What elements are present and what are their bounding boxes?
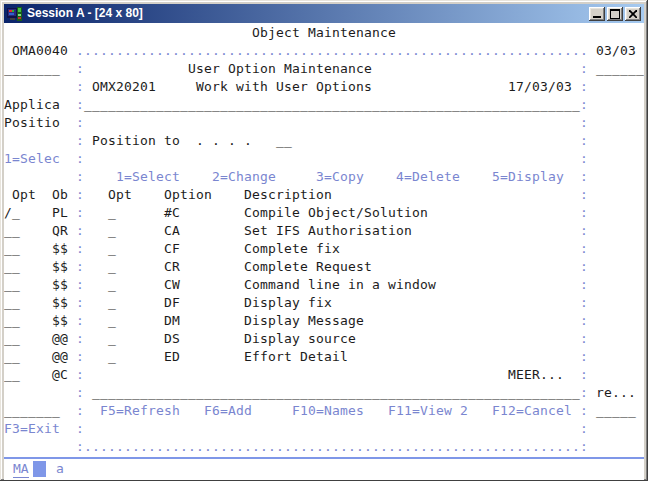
terminal-segment: : xyxy=(76,438,84,456)
terminal-segment: _ xyxy=(108,222,116,240)
terminal-segment: $$ xyxy=(52,294,68,312)
oia-system-indicator: MA xyxy=(13,460,29,478)
terminal-segment: : xyxy=(76,114,84,132)
terminal-segment: @C xyxy=(52,366,68,384)
terminal-segment: : xyxy=(76,204,84,222)
terminal-segment: OMX20201 xyxy=(92,78,156,96)
maximize-button[interactable] xyxy=(607,7,623,21)
terminal-segment: Position to xyxy=(92,132,180,150)
terminal-row-10: OptOb:OptOptionDescription: xyxy=(4,186,644,204)
terminal-segment: : xyxy=(580,402,588,420)
terminal-segment: Compile Object/Solution xyxy=(244,204,428,222)
terminal-segment: : xyxy=(580,96,588,114)
terminal-segment: : xyxy=(580,204,588,222)
terminal-segment: Display Message xyxy=(244,312,364,330)
terminal-row-19: __@@:_EDEffort Detail: xyxy=(4,348,644,366)
terminal-segment: CA xyxy=(164,222,180,240)
terminal-row-2: OMA0040.................................… xyxy=(4,42,644,60)
terminal-row-12: __QR:_CASet IFS Authorisation: xyxy=(4,222,644,240)
terminal-segment: CW xyxy=(164,276,180,294)
terminal-segment: : xyxy=(76,168,84,186)
terminal-segment: Ob xyxy=(52,186,68,204)
terminal-segment: : xyxy=(76,240,84,258)
terminal-segment: : xyxy=(76,294,84,312)
titlebar[interactable]: Session A - [24 x 80] xyxy=(4,4,644,23)
terminal-segment: _ xyxy=(108,330,116,348)
terminal-segment: 1=Select xyxy=(116,168,180,186)
terminal-segment: F5=Refresh xyxy=(100,402,180,420)
terminal-segment: _____ xyxy=(596,402,636,420)
terminal-segment: : xyxy=(580,348,588,366)
terminal-segment: $$ xyxy=(52,276,68,294)
terminal-segment: Display source xyxy=(244,330,356,348)
terminal-row-4: :OMX20201Work with User Options17/03/03: xyxy=(4,78,644,96)
terminal-segment: __ xyxy=(4,366,20,384)
terminal-segment: : xyxy=(76,150,84,168)
terminal-segment: : xyxy=(580,60,588,78)
terminal-row-18: __@@:_DSDisplay source: xyxy=(4,330,644,348)
terminal-segment: : xyxy=(580,438,588,456)
terminal-row-24: :.......................................… xyxy=(4,438,644,456)
maximize-icon xyxy=(610,9,620,19)
window-controls xyxy=(589,7,641,21)
terminal-row-14: __$$:_CRComplete Request: xyxy=(4,258,644,276)
oia-keyboard-indicator: a xyxy=(56,460,64,477)
terminal-segment: : xyxy=(580,420,588,438)
terminal-segment: OMA0040 xyxy=(12,42,68,60)
terminal-segment: : xyxy=(580,258,588,276)
terminal-segment: __ xyxy=(4,348,20,366)
terminal-row-3: _______:User Option Maintenance:______ xyxy=(4,60,644,78)
terminal-segment: 03/03 xyxy=(596,42,636,60)
terminal-segment: _______ xyxy=(4,60,60,78)
terminal-segment: __ xyxy=(276,132,292,150)
oia-cursor-block xyxy=(33,461,46,477)
terminal-segment: Description xyxy=(244,186,332,204)
terminal-segment: __ xyxy=(4,276,20,294)
terminal-segment: F12=Cancel xyxy=(492,402,572,420)
terminal-segment: : xyxy=(580,222,588,240)
terminal-segment: : xyxy=(580,132,588,150)
terminal-segment: Opt xyxy=(108,186,132,204)
terminal-segment: : xyxy=(76,366,84,384)
session-window: Session A - [24 x 80] Object Maintenance… xyxy=(0,0,648,481)
terminal-segment: F11=View 2 xyxy=(388,402,468,420)
terminal-segment: DF xyxy=(164,294,180,312)
terminal-segment: CR xyxy=(164,258,180,276)
terminal-segment: $$ xyxy=(52,240,68,258)
terminal-segment: Object Maintenance xyxy=(252,24,396,42)
terminal-row-22: _______:F5=RefreshF6=AddF10=NamesF11=Vie… xyxy=(4,402,644,420)
terminal-segment: 4=Delete xyxy=(396,168,460,186)
terminal-segment: : xyxy=(76,186,84,204)
terminal-segment: _ xyxy=(108,312,116,330)
terminal-segment: _ xyxy=(108,258,116,276)
terminal-segment: : xyxy=(580,384,588,402)
terminal-segment: ED xyxy=(164,348,180,366)
terminal-segment: F6=Add xyxy=(204,402,252,420)
terminal-segment: : xyxy=(76,348,84,366)
terminal-row-15: __$$:_CWCommand line in a window: xyxy=(4,276,644,294)
terminal-row-11: /_PL:_#CCompile Object/Solution: xyxy=(4,204,644,222)
terminal-segment: ________________________________________… xyxy=(92,384,580,402)
window-title: Session A - [24 x 80] xyxy=(27,4,589,23)
minimize-button[interactable] xyxy=(589,7,605,21)
terminal-segment: re... xyxy=(596,384,636,402)
terminal-segment: : xyxy=(580,168,588,186)
terminal-segment: : xyxy=(580,330,588,348)
terminal-row-23: F3=Exit:: xyxy=(4,420,644,438)
terminal-segment: /_ xyxy=(4,204,20,222)
terminal-segment: Set IFS Authorisation xyxy=(244,222,412,240)
terminal-segment: : xyxy=(76,312,84,330)
terminal-row-7: :Position to. . . .__: xyxy=(4,132,644,150)
terminal-segment: : xyxy=(580,150,588,168)
terminal-segment: : xyxy=(580,78,588,96)
terminal-screen[interactable]: Object MaintenanceOMA0040...............… xyxy=(4,23,644,457)
terminal-segment: Complete fix xyxy=(244,240,340,258)
close-button[interactable] xyxy=(625,7,641,21)
terminal-segment: Option xyxy=(164,186,212,204)
terminal-segment: : xyxy=(76,384,84,402)
terminal-segment: ________________________________________… xyxy=(84,96,580,114)
terminal-segment: F10=Names xyxy=(292,402,364,420)
terminal-segment: : xyxy=(76,222,84,240)
terminal-row-21: :_______________________________________… xyxy=(4,384,644,402)
terminal-row-6: Positio:: xyxy=(4,114,644,132)
